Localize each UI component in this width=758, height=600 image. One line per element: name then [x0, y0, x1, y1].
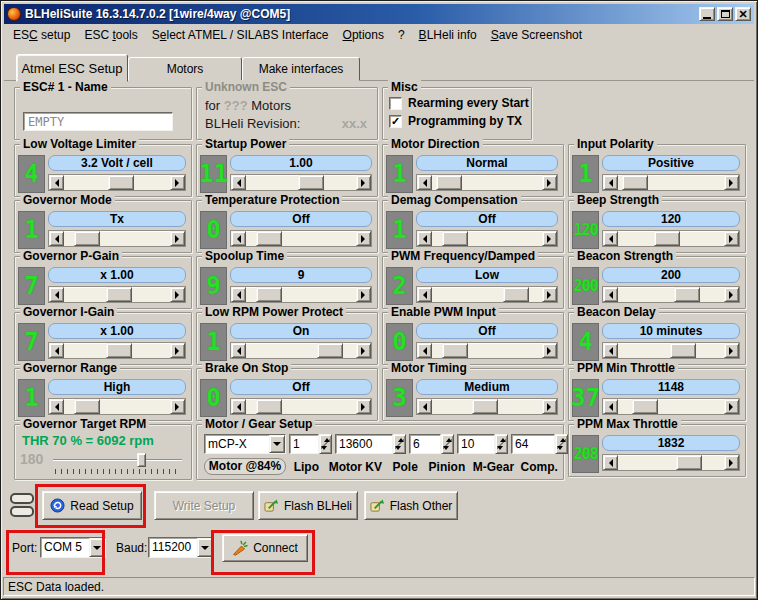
slider-left-arrow-icon[interactable] [417, 399, 432, 414]
connect-button[interactable]: Connect [222, 534, 308, 562]
slider-thumb[interactable] [256, 231, 282, 246]
slider-thumb[interactable] [503, 287, 529, 302]
setting-slider[interactable] [602, 454, 740, 471]
slider-left-arrow-icon[interactable] [49, 231, 64, 246]
spin-value[interactable]: 10 [457, 434, 495, 454]
menu-item-[interactable]: ? [391, 26, 412, 44]
slider-left-arrow-icon[interactable] [417, 175, 432, 190]
rearming-checkbox[interactable] [389, 97, 402, 110]
menu-item-options[interactable]: Options [336, 26, 391, 44]
slider-right-arrow-icon[interactable] [170, 175, 185, 190]
menu-item-save-screenshot[interactable]: Save Screenshot [484, 26, 589, 44]
programming-checkbox[interactable]: ✓ [389, 115, 402, 128]
motor-preset-combo[interactable]: mCP-X [204, 434, 286, 454]
setting-value[interactable]: 1832 [602, 435, 740, 451]
governor-target-rpm-trackbar[interactable] [53, 450, 182, 474]
spin-value[interactable]: 64 [511, 434, 555, 454]
slider-thumb[interactable] [106, 287, 132, 302]
esc-name-input[interactable] [23, 112, 173, 131]
setting-value[interactable]: Off [416, 211, 558, 227]
setting-value[interactable]: x 1.00 [48, 323, 186, 339]
slider-left-arrow-icon[interactable] [231, 399, 246, 414]
setting-slider[interactable] [230, 230, 372, 247]
setting-slider[interactable] [416, 286, 558, 303]
maximize-button[interactable] [717, 7, 733, 21]
setting-value[interactable]: Off [416, 323, 558, 339]
slider-left-arrow-icon[interactable] [603, 287, 618, 302]
menu-item-select-atmel-silabs-interface[interactable]: Select ATMEL / SILABS Interface [145, 26, 336, 44]
trackbar-thumb[interactable] [137, 453, 146, 467]
spin-motor-kv[interactable]: 13600 [335, 434, 406, 454]
setting-value[interactable]: On [230, 323, 372, 339]
slider-right-arrow-icon[interactable] [356, 343, 371, 358]
slider-left-arrow-icon[interactable] [49, 399, 64, 414]
slider-thumb[interactable] [654, 231, 680, 246]
slider-thumb[interactable] [256, 287, 282, 302]
slider-left-arrow-icon[interactable] [417, 231, 432, 246]
spinner-updown-icon[interactable] [555, 434, 568, 454]
slider-left-arrow-icon[interactable] [49, 287, 64, 302]
setting-value[interactable]: 120 [602, 211, 740, 227]
spin-value[interactable]: 13600 [335, 434, 393, 454]
slider-thumb[interactable] [298, 175, 324, 190]
spin-value[interactable]: 1 [289, 434, 319, 454]
slider-thumb[interactable] [442, 343, 468, 358]
flash-other-button[interactable]: Flash Other [364, 491, 458, 520]
slider-right-arrow-icon[interactable] [356, 231, 371, 246]
setting-value[interactable]: x 1.00 [48, 267, 186, 283]
slider-right-arrow-icon[interactable] [542, 287, 557, 302]
setting-value[interactable]: 1.00 [230, 155, 372, 171]
setting-value[interactable]: Medium [416, 379, 558, 395]
slider-thumb[interactable] [74, 399, 100, 414]
spinner-updown-icon[interactable] [495, 434, 508, 454]
spin-pole[interactable]: 6 [409, 434, 454, 454]
spinner-updown-icon[interactable] [319, 434, 332, 454]
write-setup-button[interactable]: Write Setup [154, 491, 254, 520]
setting-slider[interactable] [230, 398, 372, 415]
menu-item-blheli-info[interactable]: BLHeli info [412, 26, 484, 44]
slider-thumb[interactable] [676, 455, 702, 470]
port-combo[interactable]: COM 5 [40, 537, 106, 558]
setting-value[interactable]: 200 [602, 267, 740, 283]
slider-left-arrow-icon[interactable] [49, 343, 64, 358]
slider-left-arrow-icon[interactable] [603, 231, 618, 246]
setting-value[interactable]: High [48, 379, 186, 395]
setting-value[interactable]: Off [230, 211, 372, 227]
tab-atmel-esc-setup[interactable]: Atmel ESC Setup [16, 54, 128, 82]
flash-blheli-button[interactable]: Flash BLHeli [258, 491, 358, 520]
setting-value[interactable]: 10 minutes [602, 323, 740, 339]
slider-thumb[interactable] [632, 399, 658, 414]
slider-left-arrow-icon[interactable] [603, 455, 618, 470]
spin-m-gear[interactable]: 64 [511, 434, 568, 454]
slider-thumb[interactable] [442, 231, 468, 246]
setting-slider[interactable] [230, 342, 372, 359]
port-dropdown-icon[interactable] [89, 538, 105, 557]
spin-pinion[interactable]: 10 [457, 434, 508, 454]
slider-thumb[interactable] [256, 399, 282, 414]
slider-right-arrow-icon[interactable] [356, 175, 371, 190]
setting-slider[interactable] [416, 342, 558, 359]
setting-value[interactable]: 9 [230, 267, 372, 283]
setting-slider[interactable] [602, 230, 740, 247]
setting-slider[interactable] [602, 342, 740, 359]
setting-slider[interactable] [48, 230, 186, 247]
slider-thumb[interactable] [670, 343, 696, 358]
slider-left-arrow-icon[interactable] [231, 175, 246, 190]
setting-value[interactable]: Normal [416, 155, 558, 171]
setting-slider[interactable] [230, 286, 372, 303]
slider-thumb[interactable] [317, 343, 343, 358]
programming-checkbox-row[interactable]: ✓ Programming by TX [389, 114, 522, 128]
setting-slider[interactable] [416, 174, 558, 191]
slider-left-arrow-icon[interactable] [603, 399, 618, 414]
setting-slider[interactable] [48, 174, 186, 191]
slider-thumb[interactable] [108, 175, 134, 190]
slider-left-arrow-icon[interactable] [49, 175, 64, 190]
slider-right-arrow-icon[interactable] [724, 231, 739, 246]
tab-motors[interactable]: Motors [128, 57, 242, 81]
setting-value[interactable]: Positive [602, 155, 740, 171]
slider-thumb[interactable] [622, 175, 648, 190]
slider-thumb[interactable] [472, 399, 498, 414]
slider-right-arrow-icon[interactable] [356, 287, 371, 302]
slider-left-arrow-icon[interactable] [417, 287, 432, 302]
combo-dropdown-icon[interactable] [269, 435, 285, 453]
